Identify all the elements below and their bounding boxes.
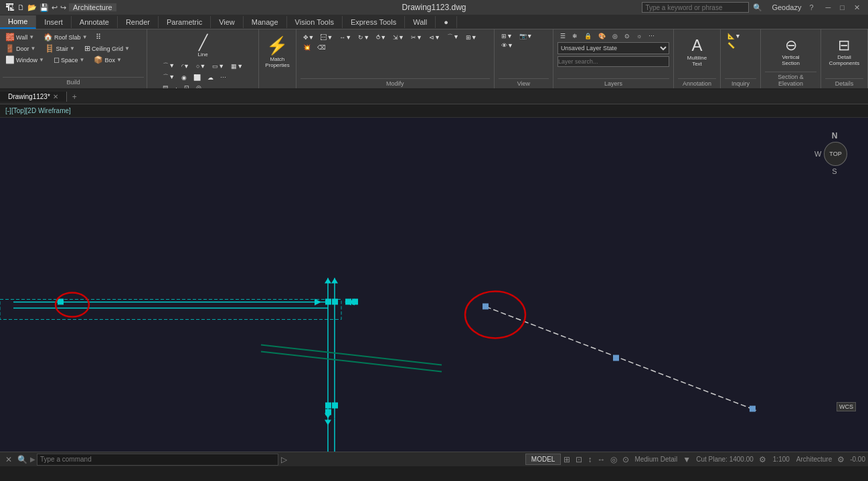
model-icon4[interactable]: ↔ <box>594 454 608 465</box>
model-btn[interactable]: MODEL <box>525 454 561 465</box>
multiline-text-btn[interactable]: A MultilineText <box>684 32 711 71</box>
canvas-area[interactable]: Y X N W TOP E S WCS <box>0 118 868 452</box>
help-icon[interactable]: ? <box>809 3 813 11</box>
trim-btn[interactable]: ✂▼ <box>408 32 425 42</box>
copy-btn[interactable]: ⿱▼ <box>318 32 335 42</box>
inquiry-btn1[interactable]: 📐▼ <box>725 32 744 40</box>
layer-manager-btn[interactable]: ☰ <box>557 32 568 40</box>
space-dropdown-arrow[interactable]: ▼ <box>79 57 84 63</box>
tab-annotate[interactable]: Annotate <box>72 16 118 28</box>
fillet-btn[interactable]: ⌒▼ <box>160 72 177 82</box>
doc-tab-drawing[interactable]: Drawing1123* ✕ <box>0 92 67 102</box>
tab-parametric[interactable]: Parametric <box>159 16 211 28</box>
layer-off-btn[interactable]: ☼ <box>634 32 644 40</box>
window-btn[interactable]: ⬜ Window ▼ <box>3 55 47 65</box>
layer-state-select[interactable]: Unsaved Layer State <box>557 42 669 54</box>
stair-dropdown-arrow[interactable]: ▼ <box>70 45 75 52</box>
wall-btn[interactable]: 🧱 Wall ▼ <box>3 32 37 42</box>
model-icon2[interactable]: ⊡ <box>573 454 585 465</box>
layer-search-input[interactable] <box>557 56 669 67</box>
tab-insert[interactable]: Insert <box>36 16 72 28</box>
tab-render[interactable]: Render <box>118 16 159 28</box>
qat-new[interactable]: 🗋 <box>17 3 25 11</box>
array-btn[interactable]: ⊞▼ <box>463 32 480 42</box>
region-btn[interactable]: ◉ <box>179 72 189 82</box>
search-icon[interactable]: 🔍 <box>753 3 762 12</box>
match-properties-btn[interactable]: ⚡ MatchProperties <box>262 32 292 71</box>
status-icon-x[interactable]: ✕ <box>3 454 15 465</box>
wall-dropdown-arrow[interactable]: ▼ <box>29 34 34 40</box>
ceilinggrid-dropdown-arrow[interactable]: ▼ <box>124 45 130 52</box>
door-btn[interactable]: 🚪 Door ▼ <box>3 43 38 54</box>
qat-save[interactable]: 💾 <box>39 3 49 12</box>
tab-manage[interactable]: Manage <box>244 16 287 28</box>
inquiry-btn2[interactable]: 📏 <box>725 41 737 50</box>
scroll-right-btn[interactable]: ▷ <box>278 454 290 465</box>
view-btn2[interactable]: 📷▼ <box>517 32 535 40</box>
tab-dot[interactable]: ● <box>436 16 457 28</box>
explode-btn[interactable]: 💥 <box>300 43 313 52</box>
mirror-btn[interactable]: ⥀▼ <box>373 32 389 42</box>
fillet2-btn[interactable]: ⌒▼ <box>444 32 462 42</box>
polyline-btn[interactable]: ⌒▼ <box>160 61 177 71</box>
close-btn[interactable]: ✕ <box>851 3 863 12</box>
model-icon3[interactable]: ↕ <box>585 454 594 465</box>
qat-redo[interactable]: ↪ <box>60 3 66 12</box>
window-dropdown-arrow[interactable]: ▼ <box>39 57 44 63</box>
box-btn[interactable]: 📦 Box ▼ <box>91 55 124 65</box>
detail-level-arrow[interactable]: ▼ <box>680 454 693 465</box>
arc-btn[interactable]: ◜▼ <box>179 61 192 71</box>
stair-btn[interactable]: 🪜 Stair ▼ <box>42 43 77 54</box>
point-btn[interactable]: · <box>173 84 180 90</box>
3dpolyline-btn[interactable]: ⋯ <box>218 72 229 82</box>
layer-freeze-btn[interactable]: ❄ <box>570 32 580 40</box>
revision-btn[interactable]: ☁ <box>205 72 216 82</box>
rect-btn[interactable]: ▭▼ <box>209 61 227 71</box>
qat-undo[interactable]: ↩ <box>52 3 58 12</box>
tab-view[interactable]: View <box>211 16 244 28</box>
doc-tab-add[interactable]: + <box>67 91 82 103</box>
status-icon-search[interactable]: 🔍 <box>15 454 30 465</box>
layer-more-btn[interactable]: ⋯ <box>646 32 657 40</box>
layer-lock-btn[interactable]: 🔒 <box>582 32 594 40</box>
move-btn[interactable]: ✥▼ <box>300 32 317 42</box>
qat-open[interactable]: 📂 <box>27 3 37 12</box>
command-input[interactable] <box>37 454 278 466</box>
rotate-btn[interactable]: ↻▼ <box>355 32 372 42</box>
donut-btn[interactable]: ◎ <box>193 84 204 90</box>
stretch-btn[interactable]: ↔▼ <box>337 32 354 42</box>
tab-wall[interactable]: Wall <box>405 16 436 28</box>
gradient-btn[interactable]: ▤ <box>160 84 171 90</box>
roofslab-dropdown-arrow[interactable]: ▼ <box>82 34 88 40</box>
layer-unisolate-btn[interactable]: ⊙ <box>622 32 632 40</box>
tab-express[interactable]: Express Tools <box>343 16 405 28</box>
scale-btn[interactable]: ⇲▼ <box>390 32 407 42</box>
view-btn3[interactable]: 👁▼ <box>499 41 516 50</box>
detail-components-btn[interactable]: ⊟ DetailComponents <box>826 32 863 71</box>
maximize-btn[interactable]: □ <box>837 3 847 11</box>
hatch-btn[interactable]: ▦▼ <box>228 61 246 71</box>
app-dropdown[interactable]: Architecture <box>69 3 116 11</box>
ceilinggrid-btn[interactable]: ⊞ Ceiling Grid ▼ <box>82 43 133 54</box>
tab-vision[interactable]: Vision Tools <box>287 16 343 28</box>
layer-color-btn[interactable]: 🎨 <box>596 32 608 40</box>
layer-isolate-btn[interactable]: ◎ <box>610 32 620 40</box>
settings-icon[interactable]: ⚙ <box>835 454 847 465</box>
circle-btn[interactable]: ○▼ <box>193 61 208 71</box>
view-btn1[interactable]: ⊞▼ <box>499 32 515 40</box>
vertical-section-btn[interactable]: ⊖ VerticalSection <box>778 32 804 71</box>
box-dropdown-arrow[interactable]: ▼ <box>116 57 122 63</box>
cut-plane-settings[interactable]: ⚙ <box>756 454 769 465</box>
line-btn[interactable]: ╱ Line <box>189 32 216 60</box>
boundary-btn[interactable]: ⊡ <box>181 84 192 90</box>
model-icon5[interactable]: ◎ <box>608 454 620 465</box>
tab-home[interactable]: Home <box>0 15 36 29</box>
space-btn[interactable]: ◻ Space ▼ <box>51 55 87 65</box>
roofslab-btn[interactable]: 🏠 Roof Slab ▼ <box>41 32 90 42</box>
minimize-btn[interactable]: ─ <box>823 3 834 11</box>
wipeout-btn[interactable]: ⬜ <box>191 72 203 82</box>
offset-btn[interactable]: ⊲▼ <box>426 32 443 42</box>
door-dropdown-arrow[interactable]: ▼ <box>31 45 36 52</box>
model-icon1[interactable]: ⊞ <box>561 454 573 465</box>
extra-build-btn[interactable]: ⠿ <box>93 32 104 42</box>
